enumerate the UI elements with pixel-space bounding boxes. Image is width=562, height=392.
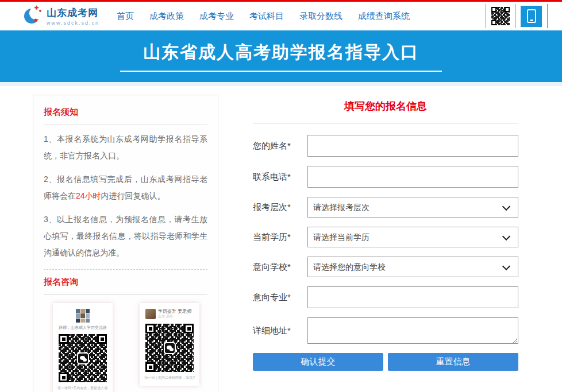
education-select[interactable]: 请选择当前学历 — [307, 227, 518, 247]
form-row-level: 报考层次* 请选择报考层次 — [253, 197, 518, 218]
submit-button[interactable]: 确认提交 — [253, 353, 383, 371]
logo-title: 山东成考网 — [47, 6, 99, 20]
chevron-down-icon: 请选择您的意向学校 — [307, 257, 518, 277]
nav-item-subjects[interactable]: 考试科目 — [249, 11, 284, 22]
phone-icon — [527, 9, 536, 23]
form-title: 填写您的报名信息 — [253, 99, 518, 123]
sidebar-notice-panel: 报名须知 1、本报名系统为山东成考网助学报名指导系统，非官方报名入口。 2、报名… — [33, 95, 218, 392]
teacher-name: 学历提升 姜老师 — [158, 309, 191, 314]
school-label: 意向学校* — [253, 262, 307, 273]
dashed-divider — [44, 269, 207, 270]
notice-paragraph-3: 3、以上报名信息，为预报名信息，请考生放心填写，最终报名信息，将以指导老师和学生… — [44, 211, 207, 261]
logo-subtitle: www.sdck.sd.cn — [47, 20, 99, 26]
form-row-name: 您的姓名* — [253, 135, 518, 157]
divider — [44, 125, 207, 125]
main-nav: 首页 成考政策 成考专业 考试科目 录取分数线 成绩查询系统 — [117, 11, 410, 22]
logo-crescent-icon — [23, 5, 43, 27]
group-qr-caption: 该二维码7天内有效，重新进入将更新 — [57, 386, 108, 391]
form-row-school: 意向学校* 请选择您的意向学校 — [253, 257, 518, 277]
site-logo[interactable]: 山东成考网 www.sdck.sd.cn — [23, 5, 99, 27]
wechat-icon — [77, 352, 89, 364]
site-header: 山东成考网 www.sdck.sd.cn 首页 成考政策 成考专业 考试科目 录… — [0, 2, 562, 30]
mobile-site-button[interactable] — [521, 6, 542, 27]
reset-button[interactable]: 重置信息 — [388, 353, 518, 371]
level-select[interactable]: 请选择报考层次 — [307, 197, 518, 218]
form-row-major: 意向专业* — [253, 286, 518, 308]
teacher-subtitle: 山东 济南 — [158, 314, 191, 319]
address-label: 详细地址* — [253, 325, 307, 336]
divider — [547, 4, 548, 28]
qr-cards-row: 群聊：山东成人学历交流群 该二维码7天内有效，重新进入将更新 (山东成考交流群)… — [44, 295, 207, 392]
teacher-qr-caption: 扫一扫上面的二维码图案，加我为朋友。 — [144, 375, 195, 381]
education-label: 当前学历* — [253, 232, 307, 243]
phone-input[interactable] — [307, 166, 518, 188]
divider — [486, 4, 486, 28]
qr-code-icon[interactable] — [491, 7, 510, 25]
banner-bottom-strip — [0, 82, 562, 86]
form-row-education: 当前学历* 请选择当前学历 — [253, 227, 518, 247]
page-banner: 山东省成人高考助学报名指导入口 — [0, 30, 562, 82]
name-label: 您的姓名* — [253, 141, 307, 152]
level-label: 报考层次* — [253, 202, 307, 213]
divider — [515, 4, 515, 28]
header-right-tools — [480, 4, 553, 28]
group-qr-code — [59, 334, 107, 382]
address-textarea[interactable] — [307, 317, 518, 344]
notice-title: 报名须知 — [44, 102, 207, 125]
group-card-header: 群聊：山东成人学历交流群 — [57, 325, 108, 331]
notice-paragraph-1: 1、本报名系统为山东成考网助学报名指导系统，非官方报名入口。 — [44, 131, 207, 164]
teacher-qr-card: 学历提升 姜老师 山东 济南 扫一扫上面的二维码图案，加我为朋友。 — [140, 303, 199, 386]
form-buttons: 确认提交 重置信息 — [253, 353, 518, 371]
nav-item-home[interactable]: 首页 — [117, 11, 134, 22]
nav-item-policy[interactable]: 成考政策 — [149, 11, 184, 22]
notice-24h-highlight: 24小时 — [76, 191, 101, 200]
chevron-down-icon: 请选择报考层次 — [307, 197, 518, 218]
major-label: 意向专业* — [253, 292, 307, 303]
registration-form: 填写您的报名信息 您的姓名* 联系电话* 报考层次* 请选择报考层次 当前学历*… — [253, 95, 518, 371]
major-input[interactable] — [307, 286, 518, 308]
phone-label: 联系电话* — [253, 172, 307, 183]
page-title: 山东省成人高考助学报名指导入口 — [120, 41, 442, 72]
teacher-qr-code — [145, 324, 194, 372]
nav-item-majors[interactable]: 成考专业 — [199, 11, 234, 22]
form-row-address: 详细地址* — [253, 317, 518, 344]
consult-title: 报名咨询 — [44, 272, 207, 294]
chevron-down-icon: 请选择当前学历 — [307, 227, 518, 247]
form-row-phone: 联系电话* — [253, 166, 518, 188]
group-qr-card: 群聊：山东成人学历交流群 该二维码7天内有效，重新进入将更新 — [53, 303, 113, 392]
teacher-avatar — [145, 309, 156, 319]
teacher-header: 学历提升 姜老师 山东 济南 — [144, 309, 195, 320]
name-input[interactable] — [307, 135, 518, 157]
divider — [253, 123, 518, 124]
nav-item-scoreline[interactable]: 录取分数线 — [299, 11, 342, 22]
notice-paragraph-2-text: 内进行回复确认。 — [101, 191, 165, 200]
nav-item-score-query[interactable]: 成绩查询系统 — [358, 11, 410, 22]
wechat-icon — [164, 342, 176, 354]
school-select[interactable]: 请选择您的意向学校 — [307, 257, 518, 277]
notice-paragraph-2: 2、报名信息填写完成后，山东成考网指导老师将会在24小时内进行回复确认。 — [44, 171, 207, 204]
group-avatar — [76, 309, 90, 323]
